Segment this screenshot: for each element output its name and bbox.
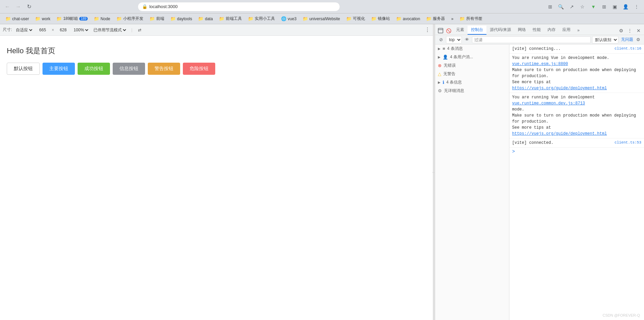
bookmark-server[interactable]: 📁 服务器	[423, 15, 448, 23]
bookmark-work[interactable]: 📁 work	[32, 15, 53, 22]
tab-sources[interactable]: 源代码/来源	[486, 26, 514, 35]
tab-network[interactable]: 网络	[514, 26, 529, 35]
profile-icon[interactable]: 👤	[621, 2, 631, 11]
tab-more[interactable]: »	[574, 27, 583, 35]
sidebar-warnings[interactable]: △ 无警告	[435, 70, 509, 78]
console-level-dropdown[interactable]: 默认级别	[592, 36, 618, 43]
expand-arrow-icon: ▶	[438, 47, 441, 51]
console-filter-input[interactable]	[472, 36, 591, 43]
sidebar-errors[interactable]: ⊗ 无错误	[435, 61, 509, 70]
sidebar-all-messages[interactable]: ▶ ≡ 4 条消息	[435, 44, 509, 53]
bookmark-miniapp[interactable]: 📁 小程序开发	[114, 15, 146, 23]
user-messages-label: 4 条用户消...	[450, 54, 473, 60]
grammarly-icon[interactable]: ▼	[589, 2, 598, 11]
sidebar-info[interactable]: ▶ ℹ 4 条信息	[435, 78, 509, 87]
console-gear-icon[interactable]: ⚙	[635, 36, 642, 43]
folder-icon: 📁	[94, 16, 99, 21]
console-block-icon[interactable]: ⊘	[437, 36, 445, 43]
console-prompt[interactable]: >	[509, 148, 644, 156]
bookmark-avocation[interactable]: 📁 avocation	[393, 15, 423, 22]
height-input[interactable]	[57, 28, 69, 32]
devtools-settings-btn[interactable]: ⚙	[617, 27, 625, 35]
url-text: localhost:3000	[149, 4, 178, 9]
bookmark-chat-user[interactable]: 📁 chat-user	[3, 15, 32, 22]
tab-console[interactable]: 控制台	[468, 26, 486, 35]
warning-button[interactable]: 警告按钮	[148, 63, 180, 75]
console-eye-icon[interactable]: 👁	[463, 36, 471, 43]
vue-common-link[interactable]: vue.runtime.common.dev.js:8713	[512, 101, 585, 106]
devtools-dock-icon[interactable]	[437, 27, 445, 35]
bookmark-more[interactable]: »	[448, 15, 456, 22]
rendered-page: Hello 我是首页 默认按钮 主要按钮 成功按钮 信息按钮 警告按钮 危险按钮	[0, 36, 433, 320]
bookmark-frontend[interactable]: 📁 前端	[147, 15, 167, 23]
folder-icon: 📁	[170, 16, 176, 21]
bookmark-node[interactable]: 📁 Node	[91, 15, 113, 22]
size-select[interactable]: 自适应	[15, 27, 33, 33]
button-row: 默认按钮 主要按钮 成功按钮 信息按钮 警告按钮 危险按钮	[7, 63, 426, 75]
devtools-more-btn[interactable]: ⋮	[626, 27, 634, 35]
devtools-settings-icon[interactable]: 🚫	[445, 27, 453, 35]
default-button[interactable]: 默认按钮	[7, 63, 40, 75]
sidebar-user-messages[interactable]: ▶ 👤 4 条用户消...	[435, 53, 509, 61]
expand-arrow-icon: ▶	[438, 81, 441, 84]
bookmark-label: daytools	[177, 17, 192, 21]
tab-performance[interactable]: 性能	[529, 26, 544, 35]
bookmark-mirror[interactable]: 📁 镜像站	[368, 15, 393, 23]
primary-button[interactable]: 主要按钮	[43, 63, 75, 75]
address-bar[interactable]: 🔒 localhost:3000	[138, 2, 340, 11]
bookmark-daytools[interactable]: 📁 daytools	[168, 15, 195, 22]
all-messages-label: 4 条消息	[447, 46, 463, 52]
console-issues-count[interactable]: 无问题	[621, 37, 633, 42]
sidebar-icon[interactable]: ▣	[610, 2, 620, 11]
bookmark-utils[interactable]: 📁 实用小工具	[245, 15, 278, 23]
devtools-close-btn[interactable]: ✕	[635, 27, 643, 35]
toolbar-actions: ⊞ 🔍 ↗ ☆ ▼ ⊞ ▣ 👤 ⋮	[545, 2, 641, 11]
forward-button[interactable]: →	[13, 2, 23, 11]
bookmark-viz[interactable]: 📁 可视化	[343, 15, 368, 23]
bookmark-label: 镜像站	[378, 16, 390, 22]
lock-icon: 🔒	[142, 4, 147, 9]
message-source-link[interactable]: client.ts:53	[615, 140, 641, 146]
deployment-link-2[interactable]: https://vuejs.org/guide/deployment.html	[512, 131, 607, 136]
browser-content: 尺寸: 自适应 × 100% 已停用节流模式 | ⇄ ⋮ Hello 我	[0, 24, 644, 320]
reload-button[interactable]: ↻	[24, 2, 34, 11]
zoom-icon[interactable]: 🔍	[556, 2, 566, 11]
rotate-icon[interactable]: ⇄	[136, 27, 143, 33]
info-label: 4 条信息	[446, 79, 462, 85]
tab-application[interactable]: 应用	[559, 26, 574, 35]
message-text: You are running Vue in development mode.…	[512, 55, 641, 91]
console-context-select[interactable]: top	[446, 36, 462, 43]
folder-icon: 📁	[5, 16, 11, 21]
deployment-link-1[interactable]: https://vuejs.org/guide/deployment.html	[512, 86, 607, 91]
translate-icon[interactable]: ⊞	[545, 2, 555, 11]
share-icon[interactable]: ↗	[567, 2, 577, 11]
width-input[interactable]	[36, 28, 49, 32]
bookmark-universal[interactable]: 📁 universalWebsite	[300, 15, 343, 22]
danger-button[interactable]: 危险按钮	[183, 63, 215, 75]
bookmark-vue3[interactable]: 🌐 vue3	[278, 15, 299, 22]
bookmark-icon[interactable]: ☆	[578, 2, 587, 11]
bookmark-data[interactable]: 📁 data	[195, 15, 215, 22]
throttle-select[interactable]: 已停用节流模式	[92, 27, 127, 33]
bookmark-189mail[interactable]: 📁 189邮箱 189	[54, 15, 90, 23]
folder-icon: 📁	[459, 16, 465, 21]
tab-elements[interactable]: 元素	[453, 26, 468, 35]
bookmark-all[interactable]: 📁 所有书签	[457, 15, 485, 23]
message-source-link[interactable]: client.ts:16	[615, 46, 641, 52]
console-message-1: [vite] connecting... client.ts:16	[509, 44, 644, 54]
folder-icon: 📁	[396, 16, 401, 21]
sidebar-verbose[interactable]: ⚙ 无详细消息	[435, 87, 509, 95]
warning-icon: △	[438, 71, 441, 76]
zoom-select[interactable]: 100%	[72, 27, 89, 33]
bookmark-label: Node	[101, 17, 110, 21]
extension-icon[interactable]: ⊞	[599, 2, 609, 11]
globe-icon: 🌐	[281, 16, 286, 21]
page-controls-menu[interactable]: ⋮	[425, 27, 430, 33]
info-button[interactable]: 信息按钮	[113, 63, 145, 75]
menu-icon[interactable]: ⋮	[632, 2, 641, 11]
success-button[interactable]: 成功按钮	[78, 63, 110, 75]
tab-memory[interactable]: 内存	[544, 26, 559, 35]
vue-esm-link[interactable]: vue.runtime.esm.js:8800	[512, 62, 568, 66]
bookmark-frontend-tools[interactable]: 📁 前端工具	[216, 15, 245, 23]
back-button[interactable]: ←	[3, 2, 12, 11]
